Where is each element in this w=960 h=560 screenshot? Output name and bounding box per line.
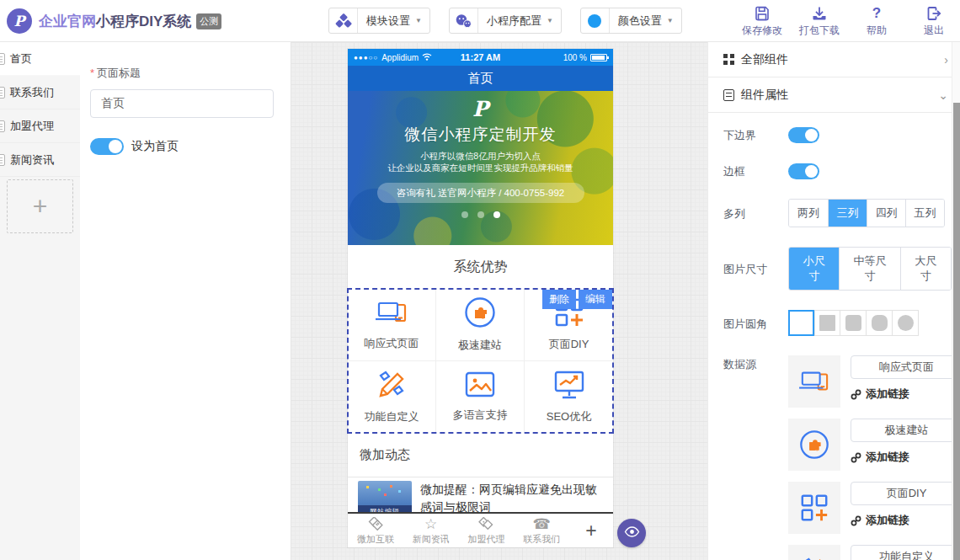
app-header: P 企业官网小程序DIY系统 公测 模块设置 ▼ 小程序配置 ▼ 颜色设置 ▼ bbox=[0, 0, 960, 42]
page-icon bbox=[0, 154, 5, 166]
datasource-title-input[interactable] bbox=[851, 419, 960, 442]
add-link-button[interactable]: 添加链接 bbox=[851, 450, 960, 465]
plus-icon: + bbox=[585, 520, 596, 542]
col-option-4[interactable]: 四列 bbox=[867, 200, 905, 227]
page-title-label: *页面标题 bbox=[90, 66, 274, 81]
chevron-right-icon: › bbox=[944, 53, 948, 67]
add-link-button[interactable]: 添加链接 bbox=[851, 513, 960, 528]
tab-label: 微加互联 bbox=[357, 533, 394, 546]
radius-option-small[interactable] bbox=[840, 310, 867, 336]
multi-col-label: 多列 bbox=[723, 205, 788, 221]
datasource-title-input[interactable] bbox=[851, 355, 960, 379]
radius-option-medium[interactable] bbox=[867, 310, 893, 336]
save-button[interactable]: 保存修改 bbox=[741, 5, 783, 38]
datasource-title-input[interactable] bbox=[851, 545, 960, 560]
required-mark: * bbox=[90, 67, 94, 79]
tab-contact[interactable]: ☎ 联系我们 bbox=[514, 516, 569, 546]
exit-button[interactable]: 退出 bbox=[913, 5, 955, 38]
miniprogram-config-button[interactable]: 小程序配置 ▼ bbox=[449, 8, 562, 34]
exit-icon bbox=[926, 5, 941, 22]
brand: P 企业官网小程序DIY系统 公测 bbox=[7, 8, 221, 34]
color-settings-button[interactable]: 颜色设置 ▼ bbox=[580, 8, 682, 34]
carousel-dot[interactable] bbox=[477, 211, 484, 218]
phone-nav-title: 首页 bbox=[348, 66, 613, 91]
sidebar-item-label: 加盟代理 bbox=[10, 119, 54, 134]
tab-agency[interactable]: 加盟代理 bbox=[459, 516, 515, 546]
inspector-panel: 全部组件 › 组件属性 ⌄ 下边界 边框 多列 两列 三列 四列 bbox=[707, 42, 960, 560]
sidebar-item-news[interactable]: 新闻资讯 bbox=[0, 143, 80, 177]
bottom-border-toggle[interactable] bbox=[788, 127, 819, 143]
news-section-title: 微加动态 bbox=[348, 433, 613, 477]
col-option-5[interactable]: 五列 bbox=[905, 200, 944, 227]
wechat-icon bbox=[450, 8, 478, 33]
col-option-2[interactable]: 两列 bbox=[789, 200, 828, 227]
border-toggle[interactable] bbox=[788, 163, 819, 179]
download-label: 打包下载 bbox=[799, 24, 840, 38]
page-icon bbox=[0, 120, 5, 132]
edit-component-button[interactable]: 编辑 bbox=[579, 290, 612, 309]
app-title-primary: 企业官网 bbox=[39, 13, 96, 29]
size-option-medium[interactable]: 中等尺寸 bbox=[839, 248, 899, 290]
datasource-item: 添加链接 bbox=[788, 355, 960, 408]
sidebar-item-home[interactable]: 首页 bbox=[0, 42, 80, 76]
help-button[interactable]: ? 帮助 bbox=[856, 5, 898, 38]
download-button[interactable]: 打包下载 bbox=[798, 5, 840, 38]
img-radius-selector bbox=[788, 310, 919, 336]
col-option-3-selected[interactable]: 三列 bbox=[828, 200, 867, 227]
radius-option-0[interactable] bbox=[814, 310, 840, 336]
save-label: 保存修改 bbox=[742, 24, 782, 38]
help-icon: ? bbox=[872, 5, 881, 22]
component-selection-outline[interactable]: 删除 编辑 bbox=[347, 288, 614, 434]
all-components-header[interactable]: 全部组件 › bbox=[708, 42, 960, 77]
sidebar-item-contact[interactable]: 联系我们 bbox=[0, 76, 80, 109]
all-components-label: 全部组件 bbox=[741, 52, 944, 67]
datasource-list: 添加链接 添加链接 bbox=[788, 355, 960, 560]
tab-add-button[interactable]: + bbox=[569, 520, 613, 542]
sidebar-item-label: 新闻资讯 bbox=[10, 152, 54, 168]
datasource-title-input[interactable] bbox=[851, 482, 960, 505]
scrollbar-thumb[interactable] bbox=[953, 103, 960, 560]
delete-component-button[interactable]: 删除 bbox=[542, 290, 576, 309]
app-body: 首页 联系我们 加盟代理 新闻资讯 + *页面标题 设为首页 ●●●○○ App… bbox=[0, 42, 960, 560]
radius-option-square-selected[interactable] bbox=[788, 310, 814, 336]
tab-news[interactable]: ☆ 新闻资讯 bbox=[403, 516, 459, 546]
advantages-section-title: 系统优势 bbox=[348, 245, 613, 289]
add-link-button[interactable]: 添加链接 bbox=[851, 387, 960, 402]
tab-brand[interactable]: 微加互联 bbox=[348, 516, 403, 546]
carousel-dot-active[interactable] bbox=[493, 211, 500, 218]
pencil-icon bbox=[788, 545, 840, 560]
beta-badge: 公测 bbox=[196, 13, 221, 29]
carousel-dots bbox=[348, 211, 613, 218]
radius-option-circle[interactable] bbox=[893, 310, 919, 336]
caret-down-icon: ▼ bbox=[667, 17, 681, 24]
sidebar-item-agency[interactable]: 加盟代理 bbox=[0, 109, 80, 143]
tab-label: 新闻资讯 bbox=[413, 533, 450, 546]
datasource-label: 数据源 bbox=[723, 355, 788, 372]
set-home-toggle[interactable] bbox=[90, 138, 124, 155]
puzzle-icon bbox=[788, 419, 840, 471]
vertical-scrollbar[interactable] bbox=[952, 42, 960, 560]
battery-icon bbox=[590, 54, 607, 61]
eye-icon bbox=[624, 526, 640, 540]
page-title-input[interactable] bbox=[90, 89, 274, 118]
carousel-dot[interactable] bbox=[461, 211, 468, 218]
module-settings-button[interactable]: 模块设置 ▼ bbox=[328, 8, 430, 34]
preview-button[interactable] bbox=[617, 519, 646, 547]
size-option-small-selected[interactable]: 小尺寸 bbox=[789, 248, 839, 290]
header-actions: 保存修改 打包下载 ? 帮助 退出 bbox=[741, 5, 955, 38]
status-time: 11:27 AM bbox=[438, 52, 522, 62]
size-option-large[interactable]: 大尺寸 bbox=[900, 248, 951, 290]
battery-label: 100 % bbox=[563, 53, 587, 62]
banner-carousel[interactable]: P 微信小程序定制开发 小程序以微信8亿用户为切入点 让企业以及商家在短时间里实… bbox=[348, 91, 613, 245]
tab-label: 联系我们 bbox=[523, 533, 560, 546]
add-page-button[interactable]: + bbox=[7, 179, 73, 233]
component-props-header[interactable]: 组件属性 ⌄ bbox=[708, 77, 960, 113]
signal-dots-icon: ●●●○○ bbox=[354, 54, 378, 61]
sidebar-item-label: 联系我们 bbox=[10, 85, 54, 100]
phone-tabbar: 微加互联 ☆ 新闻资讯 加盟代理 ☎ 联系我们 + bbox=[348, 514, 613, 547]
img-size-label: 图片尺寸 bbox=[723, 260, 788, 277]
phone-icon: ☎ bbox=[533, 516, 551, 532]
component-props-label: 组件属性 bbox=[741, 88, 938, 103]
news-thumbnail: 网站编辑 bbox=[358, 481, 412, 512]
news-item[interactable]: 网站编辑 微加提醒：网页编辑应避免出现敏感词与极限词 bbox=[348, 477, 613, 512]
